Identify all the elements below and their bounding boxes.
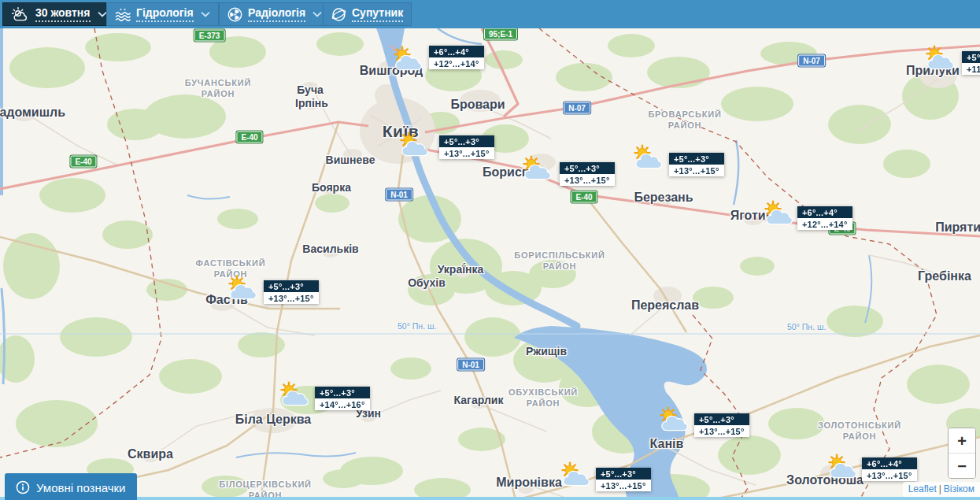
- temp-night: +5°: [962, 51, 980, 63]
- hydrology-label: Гідрологія: [136, 6, 194, 22]
- city-label: Гребінка: [918, 269, 971, 283]
- district-label: БРОВАРСЬКИЙ РАЙОН: [648, 109, 721, 131]
- road-badge: N-01: [457, 359, 484, 371]
- weather-marker[interactable]: [276, 381, 312, 411]
- hydrology-dropdown-button[interactable]: Гідрологія: [106, 2, 219, 26]
- weather-tooltip[interactable]: +5°...+3°+13°...+15°: [439, 135, 494, 159]
- city-label: Канів: [650, 437, 684, 451]
- waves-icon: [115, 8, 131, 21]
- vizicom-link[interactable]: Візіком: [944, 483, 974, 494]
- weather-marker[interactable]: [630, 144, 666, 174]
- bottom-strip: [0, 497, 980, 500]
- map-attribution: Leaflet|Візіком: [903, 482, 980, 497]
- radiology-dropdown-button[interactable]: Радіологія: [219, 2, 331, 26]
- temp-day: +11°: [962, 63, 980, 75]
- date-label: 30 жовтня: [35, 6, 91, 22]
- weather-marker[interactable]: [656, 406, 692, 436]
- city-label: Біла Церква: [235, 413, 312, 427]
- weather-marker[interactable]: [224, 275, 261, 305]
- sun-cloud-icon: [760, 200, 797, 227]
- weather-tooltip[interactable]: +5°+11°: [962, 51, 980, 75]
- temp-night: +5°...+3°: [694, 413, 749, 425]
- date-dropdown-button[interactable]: 30 жовтня: [2, 2, 116, 26]
- sun-cloud-icon: [11, 7, 30, 21]
- legend-button[interactable]: Умовні позначки: [5, 473, 137, 500]
- city-label: Радомишль: [0, 106, 65, 120]
- weather-marker[interactable]: [760, 200, 797, 230]
- map-canvas[interactable]: РадомишльБучаІрпіньВишгородКиївБровариВи…: [0, 28, 980, 500]
- city-label: Обухів: [408, 276, 446, 289]
- temp-day: +13°...+15°: [862, 469, 917, 481]
- leaflet-link[interactable]: Leaflet: [908, 483, 937, 494]
- district-label: БУЧАНСЬКИЙ РАЙОН: [185, 77, 251, 100]
- sun-cloud-icon: [656, 406, 692, 433]
- city-label: Украї́нка: [438, 263, 484, 276]
- temp-night: +5°...+3°: [264, 280, 319, 292]
- weather-tooltip[interactable]: +6°...+4°+12°...+14°: [429, 46, 484, 69]
- city-label: Переяслав: [631, 298, 699, 313]
- city-label: Кагарлик: [454, 394, 504, 406]
- weather-tooltip[interactable]: +5°...+3°+13°...+15°: [560, 162, 615, 186]
- temp-day: +13°...+15°: [669, 165, 724, 176]
- weather-marker[interactable]: [396, 131, 432, 161]
- satellite-button[interactable]: Супутник: [323, 2, 412, 26]
- weather-marker[interactable]: [390, 46, 426, 76]
- road-badge: N-07: [564, 102, 590, 114]
- road-badge: 95;E-1: [484, 28, 517, 40]
- weather-tooltip[interactable]: +5°...+3°+13°...+15°: [694, 413, 749, 437]
- chevron-down-icon: [98, 12, 107, 17]
- sun-cloud-icon: [390, 46, 426, 72]
- sun-cloud-icon: [224, 275, 261, 302]
- toolbar: 30 жовтня Гідрологія: [0, 0, 980, 28]
- chevron-down-icon: [201, 12, 210, 17]
- weather-tooltip[interactable]: +5°...+3°+13°...+15°: [596, 468, 651, 491]
- road-badge: N-07: [798, 55, 825, 67]
- district-label: БОРИСПІЛЬСЬКИЙ РАЙОН: [514, 250, 605, 272]
- temp-day: +13°...+15°: [560, 174, 615, 186]
- zoom-in-button[interactable]: +: [949, 428, 975, 453]
- district-label: ЗОЛОТОНІСЬКИЙ РАЙОН: [818, 420, 901, 443]
- road-badge: E-40: [70, 156, 96, 168]
- sun-cloud-icon: [630, 144, 666, 171]
- road-badge: E-40: [571, 191, 597, 203]
- zoom-control: + −: [948, 428, 976, 479]
- road-badge: E-373: [194, 30, 225, 42]
- city-label: Вишневе: [326, 154, 375, 166]
- weather-tooltip[interactable]: +5°...+3°+13°...+15°: [264, 280, 319, 304]
- weather-tooltip[interactable]: +5°...+3°+14°...+16°: [315, 387, 370, 410]
- globe-icon: [331, 7, 346, 22]
- info-icon: [16, 480, 30, 494]
- temp-night: +6°...+4°: [862, 457, 917, 469]
- sun-cloud-icon: [276, 381, 312, 408]
- temp-night: +5°...+3°: [315, 387, 370, 398]
- city-label: Пирятин: [935, 220, 980, 235]
- temp-night: +5°...+3°: [439, 135, 494, 147]
- road-badge: N-01: [386, 189, 412, 201]
- weather-tooltip[interactable]: +6°...+4°+12°...+14°: [797, 206, 852, 230]
- city-label: Березань: [634, 191, 693, 205]
- satellite-label: Супутник: [352, 6, 403, 22]
- city-label: Васильків: [302, 243, 358, 255]
- zoom-out-button[interactable]: −: [949, 454, 975, 478]
- temp-day: +13°...+15°: [694, 425, 749, 437]
- temp-night: +6°...+4°: [429, 46, 484, 57]
- latitude-label: 50° Пн. ш.: [787, 322, 826, 331]
- weather-marker[interactable]: [824, 454, 860, 483]
- weather-marker[interactable]: [519, 155, 555, 185]
- road-badge: E-40: [236, 131, 262, 143]
- weather-tooltip[interactable]: +5°...+3°+13°...+15°: [669, 153, 724, 176]
- weather-marker[interactable]: [557, 461, 594, 491]
- latitude-label: 50° Пн. ш.: [398, 321, 436, 331]
- radiology-label: Радіологія: [248, 6, 305, 22]
- city-label: Миронівка: [496, 476, 562, 490]
- temp-day: +13°...+15°: [439, 147, 494, 159]
- sun-cloud-icon: [824, 454, 860, 480]
- district-label: ОБУХІВСЬКИЙ РАЙОН: [508, 387, 578, 409]
- city-label: Ржищів: [526, 345, 567, 357]
- temp-night: +5°...+3°: [560, 162, 615, 174]
- city-label: Сквира: [128, 447, 173, 461]
- temp-day: +12°...+14°: [429, 57, 484, 69]
- weather-tooltip[interactable]: +6°...+4°+13°...+15°: [862, 457, 917, 481]
- weather-marker[interactable]: [922, 45, 958, 75]
- city-label: Боярка: [312, 181, 351, 194]
